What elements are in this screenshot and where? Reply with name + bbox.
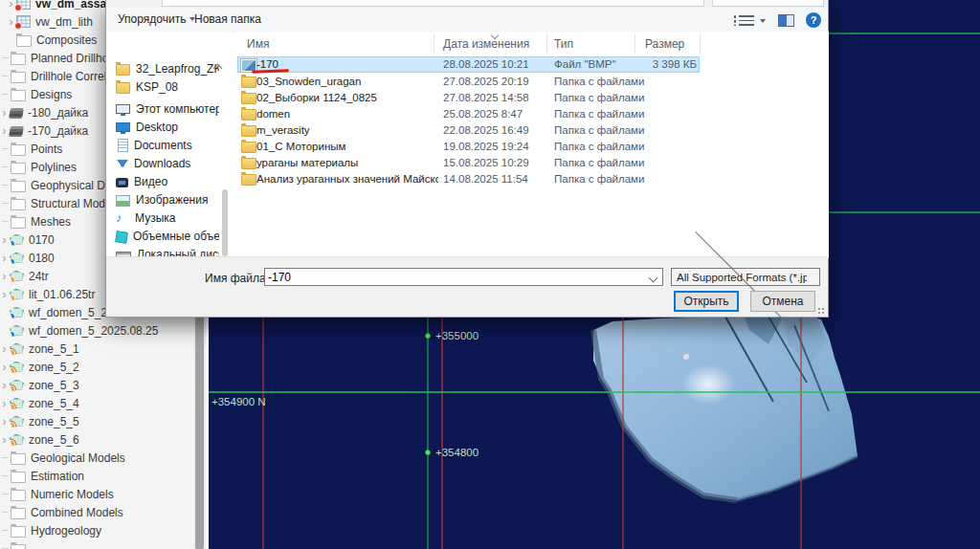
file-open-dialog: Упорядочить Новая папка ? 32_Leapfrog_ZK… [105, 0, 829, 318]
tree-item[interactable]: Numeric Models [0, 486, 203, 502]
nav-item[interactable]: Видео [114, 173, 219, 190]
expander-icon[interactable]: › [0, 435, 9, 445]
tree-scrollbar-thumb[interactable] [195, 316, 204, 549]
expander-icon[interactable]: › [0, 290, 9, 299]
folder-icon [11, 472, 26, 483]
folder-icon [11, 508, 26, 519]
cancel-button[interactable]: Отмена [750, 291, 815, 312]
filename-combo[interactable] [264, 268, 663, 286]
file-row[interactable]: ураганы материалы 15.08.2025 10:29 Папка… [237, 155, 700, 171]
nav-item[interactable]: Documents [114, 137, 219, 154]
address-input[interactable] [162, 0, 704, 7]
folder-icon [11, 54, 26, 65]
folder-icon [241, 142, 256, 153]
folder-icon [11, 199, 26, 210]
nav-item[interactable]: 32_Leapfrog_ZKI [114, 60, 219, 77]
mesh-surface-object[interactable] [593, 317, 858, 500]
open-button[interactable]: Открыть [674, 291, 739, 312]
tree-item[interactable]: Combined Models [0, 504, 203, 520]
surface-icon [10, 307, 24, 318]
file-row[interactable]: m_verasity 22.08.2025 16:49 Папка с файл… [237, 122, 700, 139]
format-combo[interactable]: All Supported Formats (*.jpg *.j [671, 268, 820, 286]
expander-icon[interactable]: › [0, 108, 9, 118]
folder-icon [11, 163, 26, 174]
music-icon: ♪ [116, 212, 129, 224]
pictures-icon [116, 195, 130, 207]
folder-icon [116, 82, 130, 94]
desktop-icon [116, 122, 130, 132]
help-icon[interactable]: ? [806, 12, 821, 28]
tree-item[interactable] [0, 540, 203, 549]
filename-input[interactable] [268, 270, 632, 284]
tree-item[interactable]: ›zone_5_3 [0, 377, 201, 393]
new-folder-label: Новая папка [194, 12, 261, 26]
file-row[interactable]: 02_Выборки 1124_0825 27.08.2025 14:58 Па… [237, 90, 700, 106]
tree-item[interactable]: ›zone_5_2 [0, 359, 201, 375]
tree-item[interactable]: wf_domen_5_2025.08.25 [0, 322, 201, 339]
coordinate-label-354800: +354800 [435, 447, 479, 458]
screen: +355000 +354900 N +354800 ›vw_dm_assay ›… [0, 0, 980, 549]
tree-item[interactable]: ›zone_5_5 [0, 413, 201, 429]
tree-item[interactable]: ›zone_5_1 [0, 340, 201, 357]
expander-icon[interactable]: › [0, 417, 9, 427]
tree-item[interactable]: ›zone_5_4 [0, 395, 201, 411]
file-row[interactable]: 01_С Моториным 19.08.2025 19:24 Папка с … [237, 139, 700, 155]
file-list: Имя Дата изменения Тип Размер -170 28.08… [235, 32, 829, 258]
view-mode-caret-icon[interactable] [760, 19, 766, 23]
dialog-nav-panel: 32_Leapfrog_ZKI KSP_08 Этот компьютер De… [106, 32, 234, 258]
folder-icon [11, 544, 26, 549]
tree-item[interactable]: Geological Models [0, 450, 203, 466]
file-row[interactable]: 03_Snowden_uragan 27.08.2025 20:19 Папка… [237, 74, 700, 90]
tree-item[interactable]: Estimation [0, 468, 203, 484]
expander-icon[interactable]: › [0, 344, 9, 354]
column-header-date[interactable]: Дата изменения [443, 37, 529, 51]
mesh-icon [9, 108, 24, 119]
column-header-name[interactable]: Имя [247, 37, 269, 51]
folder-icon [241, 174, 256, 186]
nav-item[interactable]: Объемные объекты [114, 228, 219, 245]
expander-icon[interactable]: › [0, 253, 9, 263]
expander-icon[interactable]: › [0, 399, 9, 408]
grid-labels: +355000 +354900 N +354800 [212, 330, 479, 458]
expander-icon[interactable]: › [0, 272, 9, 281]
downloads-icon [117, 160, 128, 167]
expander-icon[interactable]: › [0, 362, 9, 372]
file-row[interactable]: Анализ ураганных значений Майское ... 14… [237, 171, 700, 187]
folder-icon [11, 72, 26, 83]
surface-icon [10, 380, 24, 391]
filename-dropdown-icon[interactable] [649, 274, 658, 283]
folder-icon [11, 526, 26, 538]
organize-button[interactable]: Упорядочить [118, 12, 195, 26]
documents-icon [118, 139, 128, 152]
column-header-size[interactable]: Размер [645, 37, 684, 51]
nav-item[interactable]: ♪Музыка [114, 209, 219, 227]
surface-icon [10, 253, 24, 264]
tree-item[interactable]: Hydrogeology [0, 522, 203, 538]
resize-grip[interactable] [817, 307, 825, 315]
nav-item[interactable]: Downloads [114, 155, 219, 172]
search-input[interactable] [712, 0, 824, 7]
surface-icon [10, 343, 24, 355]
surface-icon [10, 289, 24, 300]
tree-item[interactable]: ›zone_5_6 [0, 431, 201, 448]
new-folder-button[interactable]: Новая папка [194, 12, 261, 26]
file-row-selected[interactable]: -170 28.08.2025 10:21 Файл "BMP" 3 398 К… [237, 56, 700, 73]
view-mode-icon[interactable] [733, 15, 754, 26]
nav-item[interactable]: KSP_08 [114, 78, 219, 96]
expander-icon[interactable]: › [0, 381, 9, 390]
nav-item[interactable]: Desktop [114, 119, 219, 136]
folder-icon [241, 109, 256, 121]
preview-pane-icon[interactable] [778, 14, 794, 27]
nav-scrollbar-thumb[interactable] [222, 189, 228, 256]
expander-icon[interactable]: › [0, 235, 9, 245]
nav-item[interactable]: Изображения [114, 191, 219, 209]
folder-icon [11, 181, 26, 192]
file-row[interactable]: domen 25.08.2025 8:47 Папка с файлами [237, 106, 700, 122]
address-bar [106, 0, 828, 8]
expander-icon[interactable]: › [0, 126, 9, 136]
grid-tick-dot [425, 450, 430, 454]
column-header-type[interactable]: Тип [554, 37, 573, 51]
nav-item[interactable]: Этот компьютер [114, 100, 219, 118]
folder-icon [11, 490, 26, 501]
dialog-footer: Имя файла: All Supported Formats (*.jpg … [106, 256, 828, 317]
